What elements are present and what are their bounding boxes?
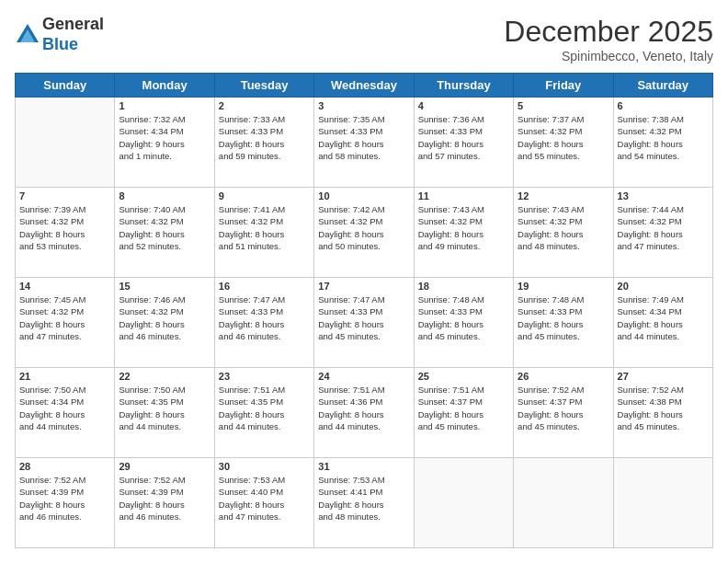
weekday-sunday: Sunday	[16, 74, 115, 98]
calendar-cell: 20Sunrise: 7:49 AMSunset: 4:34 PMDayligh…	[613, 278, 712, 368]
day-info: Sunrise: 7:52 AMSunset: 4:39 PMDaylight:…	[19, 474, 110, 523]
calendar-cell: 1Sunrise: 7:32 AMSunset: 4:34 PMDaylight…	[115, 98, 214, 188]
day-number: 22	[119, 371, 210, 382]
day-number: 23	[219, 371, 310, 382]
title-block: December 2025 Spinimbecco, Veneto, Italy	[504, 15, 713, 63]
day-number: 5	[518, 100, 609, 111]
calendar-cell: 31Sunrise: 7:53 AMSunset: 4:41 PMDayligh…	[314, 458, 414, 548]
calendar-week-row: 21Sunrise: 7:50 AMSunset: 4:34 PMDayligh…	[16, 368, 713, 458]
day-info: Sunrise: 7:53 AMSunset: 4:40 PMDaylight:…	[219, 474, 310, 523]
day-info: Sunrise: 7:44 AMSunset: 4:32 PMDaylight:…	[618, 203, 709, 252]
calendar-cell: 7Sunrise: 7:39 AMSunset: 4:32 PMDaylight…	[16, 188, 115, 278]
day-info: Sunrise: 7:46 AMSunset: 4:32 PMDaylight:…	[119, 293, 210, 342]
day-number: 19	[518, 281, 609, 292]
calendar-cell: 26Sunrise: 7:52 AMSunset: 4:37 PMDayligh…	[514, 368, 613, 458]
day-info: Sunrise: 7:48 AMSunset: 4:33 PMDaylight:…	[518, 293, 609, 342]
calendar-week-row: 1Sunrise: 7:32 AMSunset: 4:34 PMDaylight…	[16, 98, 713, 188]
day-info: Sunrise: 7:50 AMSunset: 4:34 PMDaylight:…	[19, 384, 110, 432]
calendar-cell	[613, 458, 712, 548]
day-number: 24	[318, 371, 409, 382]
month-title: December 2025	[504, 15, 713, 49]
calendar-cell: 23Sunrise: 7:51 AMSunset: 4:35 PMDayligh…	[214, 368, 313, 458]
day-number: 11	[418, 190, 509, 201]
day-info: Sunrise: 7:37 AMSunset: 4:32 PMDaylight:…	[518, 113, 609, 162]
calendar-cell	[514, 458, 613, 548]
calendar-cell: 25Sunrise: 7:51 AMSunset: 4:37 PMDayligh…	[414, 368, 513, 458]
calendar-cell: 2Sunrise: 7:33 AMSunset: 4:33 PMDaylight…	[214, 98, 313, 188]
logo-icon	[15, 22, 40, 48]
calendar-cell: 11Sunrise: 7:43 AMSunset: 4:32 PMDayligh…	[414, 188, 513, 278]
weekday-thursday: Thursday	[414, 74, 513, 98]
day-info: Sunrise: 7:53 AMSunset: 4:41 PMDaylight:…	[318, 474, 409, 523]
calendar-cell: 22Sunrise: 7:50 AMSunset: 4:35 PMDayligh…	[115, 368, 214, 458]
day-number: 20	[618, 281, 709, 292]
day-number: 16	[219, 281, 310, 292]
weekday-friday: Friday	[514, 74, 613, 98]
day-number: 31	[318, 461, 409, 472]
calendar-cell: 27Sunrise: 7:52 AMSunset: 4:38 PMDayligh…	[613, 368, 712, 458]
weekday-wednesday: Wednesday	[314, 74, 414, 98]
day-number: 17	[318, 281, 409, 292]
calendar-cell: 9Sunrise: 7:41 AMSunset: 4:32 PMDaylight…	[214, 188, 313, 278]
day-info: Sunrise: 7:35 AMSunset: 4:33 PMDaylight:…	[318, 113, 409, 162]
calendar-cell: 24Sunrise: 7:51 AMSunset: 4:36 PMDayligh…	[314, 368, 414, 458]
calendar-week-row: 14Sunrise: 7:45 AMSunset: 4:32 PMDayligh…	[16, 278, 713, 368]
calendar-cell: 5Sunrise: 7:37 AMSunset: 4:32 PMDaylight…	[514, 98, 613, 188]
day-info: Sunrise: 7:41 AMSunset: 4:32 PMDaylight:…	[219, 203, 310, 252]
day-number: 21	[19, 371, 110, 382]
day-info: Sunrise: 7:51 AMSunset: 4:35 PMDaylight:…	[219, 384, 310, 432]
calendar-cell: 16Sunrise: 7:47 AMSunset: 4:33 PMDayligh…	[214, 278, 313, 368]
calendar-cell: 29Sunrise: 7:52 AMSunset: 4:39 PMDayligh…	[115, 458, 214, 548]
calendar-cell	[16, 98, 115, 188]
day-info: Sunrise: 7:43 AMSunset: 4:32 PMDaylight:…	[418, 203, 509, 252]
calendar-cell: 21Sunrise: 7:50 AMSunset: 4:34 PMDayligh…	[16, 368, 115, 458]
day-number: 25	[418, 371, 509, 382]
day-number: 28	[19, 461, 110, 472]
day-info: Sunrise: 7:47 AMSunset: 4:33 PMDaylight:…	[318, 293, 409, 342]
calendar-cell: 17Sunrise: 7:47 AMSunset: 4:33 PMDayligh…	[314, 278, 414, 368]
header: General Blue December 2025 Spinimbecco, …	[15, 15, 713, 63]
day-number: 6	[618, 100, 709, 111]
location-subtitle: Spinimbecco, Veneto, Italy	[504, 49, 713, 63]
logo-general: General	[42, 15, 104, 35]
day-number: 12	[518, 190, 609, 201]
day-info: Sunrise: 7:36 AMSunset: 4:33 PMDaylight:…	[418, 113, 509, 162]
day-number: 10	[318, 190, 409, 201]
calendar-cell: 10Sunrise: 7:42 AMSunset: 4:32 PMDayligh…	[314, 188, 414, 278]
day-info: Sunrise: 7:32 AMSunset: 4:34 PMDaylight:…	[119, 113, 210, 162]
day-info: Sunrise: 7:52 AMSunset: 4:39 PMDaylight:…	[119, 474, 210, 523]
day-number: 2	[219, 100, 310, 111]
calendar-cell: 8Sunrise: 7:40 AMSunset: 4:32 PMDaylight…	[115, 188, 214, 278]
calendar-cell: 12Sunrise: 7:43 AMSunset: 4:32 PMDayligh…	[514, 188, 613, 278]
day-number: 27	[618, 371, 709, 382]
day-info: Sunrise: 7:42 AMSunset: 4:32 PMDaylight:…	[318, 203, 409, 252]
day-number: 7	[19, 190, 110, 201]
day-number: 15	[119, 281, 210, 292]
calendar-cell: 30Sunrise: 7:53 AMSunset: 4:40 PMDayligh…	[214, 458, 313, 548]
calendar-cell: 6Sunrise: 7:38 AMSunset: 4:32 PMDaylight…	[613, 98, 712, 188]
page: General Blue December 2025 Spinimbecco, …	[0, 0, 728, 563]
day-info: Sunrise: 7:47 AMSunset: 4:33 PMDaylight:…	[219, 293, 310, 342]
weekday-header-row: SundayMondayTuesdayWednesdayThursdayFrid…	[16, 74, 713, 98]
day-info: Sunrise: 7:45 AMSunset: 4:32 PMDaylight:…	[19, 293, 110, 342]
calendar-cell: 13Sunrise: 7:44 AMSunset: 4:32 PMDayligh…	[613, 188, 712, 278]
day-info: Sunrise: 7:43 AMSunset: 4:32 PMDaylight:…	[518, 203, 609, 252]
weekday-tuesday: Tuesday	[214, 74, 313, 98]
calendar-cell: 15Sunrise: 7:46 AMSunset: 4:32 PMDayligh…	[115, 278, 214, 368]
calendar-week-row: 28Sunrise: 7:52 AMSunset: 4:39 PMDayligh…	[16, 458, 713, 548]
day-number: 9	[219, 190, 310, 201]
logo-text: General Blue	[42, 15, 104, 54]
day-info: Sunrise: 7:48 AMSunset: 4:33 PMDaylight:…	[418, 293, 509, 342]
calendar-cell: 3Sunrise: 7:35 AMSunset: 4:33 PMDaylight…	[314, 98, 414, 188]
day-info: Sunrise: 7:52 AMSunset: 4:37 PMDaylight:…	[518, 384, 609, 432]
calendar-cell	[414, 458, 513, 548]
weekday-saturday: Saturday	[613, 74, 712, 98]
calendar-cell: 4Sunrise: 7:36 AMSunset: 4:33 PMDaylight…	[414, 98, 513, 188]
day-number: 3	[318, 100, 409, 111]
weekday-monday: Monday	[115, 74, 214, 98]
day-number: 4	[418, 100, 509, 111]
calendar-cell: 18Sunrise: 7:48 AMSunset: 4:33 PMDayligh…	[414, 278, 513, 368]
day-number: 30	[219, 461, 310, 472]
day-info: Sunrise: 7:40 AMSunset: 4:32 PMDaylight:…	[119, 203, 210, 252]
day-info: Sunrise: 7:49 AMSunset: 4:34 PMDaylight:…	[618, 293, 709, 342]
